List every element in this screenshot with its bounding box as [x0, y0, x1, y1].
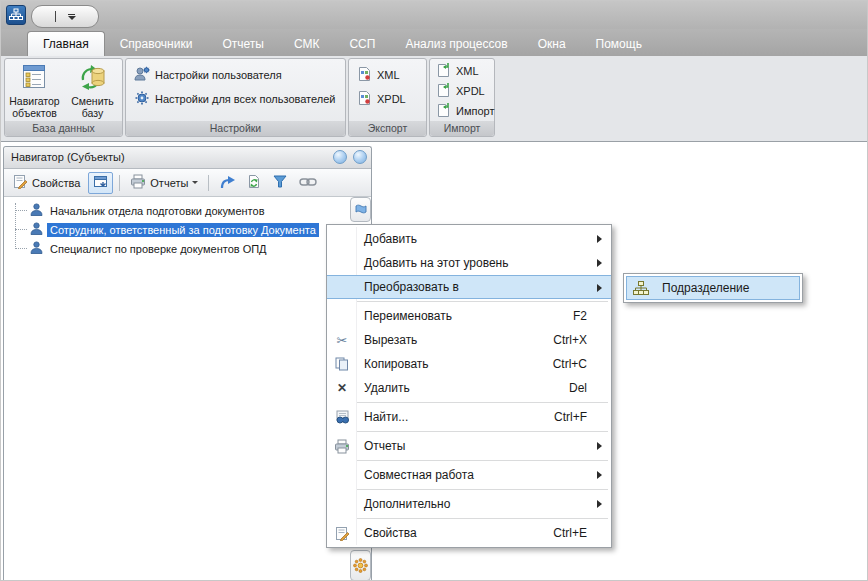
org-chart-icon [627, 281, 655, 296]
qat-customize-button[interactable] [68, 14, 76, 20]
tree-row-selected[interactable]: Сотрудник, ответственный за подготовку Д… [4, 220, 371, 239]
menu-item-rename[interactable]: Переименовать F2 [327, 304, 611, 328]
tab-pomosch[interactable]: Помощь [581, 32, 657, 56]
menu-separator [357, 489, 608, 490]
chevron-down-icon [192, 181, 198, 184]
tab-otchety[interactable]: Отчеты [207, 32, 278, 56]
tree-item-label: Специалист по проверке документов ОПД [47, 242, 270, 256]
tab-spravochniki[interactable]: Справочники [105, 32, 208, 56]
menu-item-add[interactable]: Добавить [327, 227, 611, 251]
menu-item-convert-to[interactable]: Преобразовать в [327, 275, 611, 299]
tree-connector [15, 210, 27, 211]
panel-title: Навигатор (Субъекты) [11, 151, 125, 163]
menu-item-collaboration[interactable]: Совместная работа [327, 463, 611, 487]
menu-item-label: Совместная работа [357, 468, 474, 482]
tree-row[interactable]: Начальник отдела подготовки документов [4, 201, 371, 220]
menu-separator [357, 431, 608, 432]
tab-smk[interactable]: СМК [279, 32, 335, 56]
submenu-arrow-icon [597, 284, 602, 292]
import-xpdl-label: XPDL [456, 85, 485, 97]
qat-customize-bar [68, 14, 75, 15]
tree-connector [15, 229, 27, 230]
ribbon-tab-strip: Главная Справочники Отчеты СМК ССП Анали… [1, 29, 868, 56]
panel-window-button[interactable] [333, 150, 347, 164]
tree-rail [15, 203, 16, 249]
menu-item-additional[interactable]: Дополнительно [327, 492, 611, 516]
menu-item-label: Преобразовать в [357, 280, 459, 294]
change-database-icon [79, 63, 107, 93]
chevron-down-icon [68, 16, 76, 20]
reports-button[interactable]: Отчеты [126, 172, 202, 193]
tab-glavnaya[interactable]: Главная [27, 31, 105, 56]
convert-to-submenu: Подразделение [623, 273, 803, 303]
quick-access-toolbar[interactable] [31, 5, 99, 28]
app-icon[interactable] [6, 5, 26, 25]
panel-toolbar: Свойства [4, 169, 371, 197]
menu-item-find[interactable]: Найти... Ctrl+F [327, 405, 611, 429]
menu-item-label: Копировать [357, 357, 429, 371]
import-xpdl-button[interactable]: XPDL [430, 81, 494, 101]
menu-item-properties[interactable]: Свойства Ctrl+E [327, 521, 611, 545]
menu-item-reports[interactable]: Отчеты [327, 434, 611, 458]
text-cursor-icon [55, 11, 56, 22]
link-button[interactable] [295, 175, 321, 191]
scissors-glyph: ✂ [337, 334, 348, 347]
change-database-button[interactable]: Сменить базу [65, 61, 121, 123]
panel-window-button[interactable] [353, 150, 367, 164]
export-xml-label: XML [377, 69, 400, 81]
tab-analiz-processov[interactable]: Анализ процессов [390, 32, 522, 56]
properties-button[interactable]: Свойства [9, 172, 84, 193]
menu-item-label: Найти... [357, 410, 408, 424]
tab-ssp[interactable]: ССП [334, 32, 390, 56]
user-settings-label: Настройки пользователя [155, 69, 282, 81]
chain-link-icon [299, 177, 317, 189]
menu-shortcut: F2 [573, 309, 611, 323]
import-xml-label: XML [456, 65, 479, 77]
gear-icon [134, 90, 150, 108]
tree-item-label: Начальник отдела подготовки документов [47, 204, 267, 218]
group-caption-export: Экспорт [349, 121, 426, 136]
menu-item-copy[interactable]: Копировать Ctrl+C [327, 352, 611, 376]
menu-item-label: Переименовать [357, 309, 452, 323]
import-button[interactable]: Импорт [430, 101, 494, 121]
user-settings-button[interactable]: Настройки пользователя [126, 63, 345, 87]
submenu-arrow-icon [597, 500, 602, 508]
ribbon-group-settings: Настройки пользователя Настройки для все… [125, 58, 346, 137]
panel-header[interactable]: Навигатор (Субъекты) [4, 147, 371, 169]
context-menu: Добавить Добавить на этот уровень Преобр… [326, 224, 612, 548]
go-to-button[interactable] [215, 173, 239, 193]
menu-item-label: Отчеты [357, 439, 405, 453]
refresh-button[interactable] [243, 172, 265, 193]
person-icon [30, 241, 43, 256]
menu-item-cut[interactable]: ✂ Вырезать Ctrl+X [327, 328, 611, 352]
submenu-arrow-icon [597, 442, 602, 450]
import-document-icon [436, 82, 451, 100]
filter-button[interactable] [269, 173, 291, 192]
scissors-icon: ✂ [327, 334, 357, 347]
menu-item-delete[interactable]: ✕ Удалить Del [327, 376, 611, 400]
menu-item-label: Удалить [357, 381, 410, 395]
tools-flower-button[interactable] [350, 550, 371, 581]
all-users-settings-button[interactable]: Настройки для всех пользователей [126, 87, 345, 111]
import-xml-button[interactable]: XML [430, 61, 494, 81]
menu-item-add-at-level[interactable]: Добавить на этот уровень [327, 251, 611, 275]
scroll-flag-button[interactable] [350, 197, 371, 222]
toolbar-separator [119, 175, 120, 191]
object-navigator-button[interactable]: Навигатор объектов [7, 61, 63, 123]
ribbon-group-database: Навигатор объектов [4, 58, 123, 137]
import-document-icon [436, 102, 451, 120]
menu-separator [357, 301, 608, 302]
flower-icon [353, 558, 368, 573]
submenu-arrow-icon [597, 259, 602, 267]
export-xpdl-button[interactable]: XPDL [349, 87, 426, 111]
open-in-window-button[interactable] [88, 172, 113, 194]
tab-okna[interactable]: Окна [523, 32, 581, 56]
export-xml-button[interactable]: XML [349, 63, 426, 87]
menu-item-label: Дополнительно [357, 497, 450, 511]
menu-item-label: Добавить на этот уровень [357, 256, 508, 270]
menu-shortcut: Ctrl+F [554, 410, 611, 424]
tree-row[interactable]: Специалист по проверке документов ОПД [4, 239, 371, 258]
open-window-icon [93, 175, 108, 191]
submenu-item-subdivision[interactable]: Подразделение [626, 276, 800, 300]
menu-separator [357, 460, 608, 461]
